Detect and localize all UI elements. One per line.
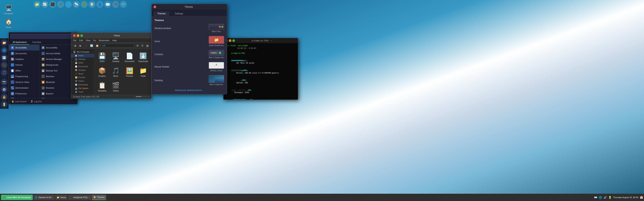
file-item-documents[interactable]: 📄 Documents xyxy=(124,51,136,64)
dock-files[interactable]: 📁 xyxy=(1,39,8,46)
minimize-button[interactable]: − xyxy=(77,34,79,37)
mouse-pointer-preview[interactable]: 🖱️ Breeze_Snow xyxy=(209,62,224,72)
file-item-music[interactable]: 🎵 Music xyxy=(110,65,122,79)
terminal-max-button[interactable]: □ xyxy=(232,39,235,42)
dock-settings[interactable]: ⚙️ xyxy=(1,86,8,93)
cat-sound-video[interactable]: 🎵 Sound & Video xyxy=(9,79,39,85)
controls-preview[interactable]: Button Mint-Y-Darker-Arc xyxy=(209,50,224,59)
dock-music[interactable]: 🎵 xyxy=(1,69,8,76)
top-audio-icon[interactable]: 🎵 xyxy=(57,1,64,8)
cat-graphics[interactable]: 🎨 Graphics xyxy=(9,56,39,62)
top-network-icon[interactable]: 📡 xyxy=(73,1,80,8)
top-shield-icon[interactable]: 🛡️ xyxy=(88,1,96,8)
taskbar-item-terminal[interactable]: ⬛ erik@erik-PSQ: ~ xyxy=(68,195,91,200)
zoom-in-icon[interactable]: + xyxy=(148,96,149,98)
top-history-icon[interactable]: 🔄 xyxy=(42,1,48,8)
logout-button[interactable]: 🚪 Log Out xyxy=(29,100,42,103)
taskbar-item-themes[interactable]: 🎨 Themes xyxy=(92,195,106,200)
forward-button[interactable]: ▶ xyxy=(78,43,83,48)
file-menu-edit[interactable]: Edit xyxy=(79,39,83,41)
top-browser-icon[interactable]: 🌐 xyxy=(65,1,72,8)
terminal-min-button[interactable]: − xyxy=(229,39,231,42)
app-menu-search-input[interactable] xyxy=(10,34,72,38)
file-item-public[interactable]: 📁 Public xyxy=(137,65,150,79)
dock-lock[interactable]: 🔒 xyxy=(1,93,8,100)
top-steam-icon[interactable]: 🎮 xyxy=(112,1,119,8)
file-item-dropbox[interactable]: 📦 Dropbox xyxy=(96,65,108,79)
file-menu-go[interactable]: Go xyxy=(93,39,96,41)
dock-browser[interactable]: 🌐 xyxy=(1,47,8,54)
dock-terminal[interactable]: ⬛ xyxy=(1,62,8,68)
zoom-out-icon[interactable]: − xyxy=(134,96,135,98)
file-menu-view[interactable]: View xyxy=(86,39,90,41)
tab-favorites[interactable]: Favorites xyxy=(30,40,43,45)
grid-view-button[interactable]: ⊞ xyxy=(135,43,140,48)
network-taskbar-icon[interactable]: 🌐 xyxy=(599,196,602,199)
lock-screen-button[interactable]: 🔒 Lock Screen xyxy=(10,100,28,103)
keyboard-icon[interactable]: ⌨️ xyxy=(594,196,597,199)
top-mint-icon[interactable]: 🌿 xyxy=(81,1,88,8)
top-users-icon[interactable]: 👤 xyxy=(96,1,103,8)
dock-power[interactable]: 🔋 xyxy=(1,101,8,108)
dock-camera[interactable]: 📷 xyxy=(1,78,8,85)
desktop-preview[interactable]: Mint-Y-Dark-Arc xyxy=(209,75,224,86)
sidebar-home[interactable]: 🏠 Home xyxy=(71,54,94,57)
cat-internet[interactable]: 🌐 Internet xyxy=(9,62,39,68)
add-remove-themes-link[interactable]: Add/remove desktop themes... xyxy=(154,89,224,91)
themes-close-button[interactable]: × xyxy=(154,5,156,8)
sidebar-data[interactable]: 💾 DATA xyxy=(71,61,94,65)
top-twitter-icon[interactable]: 🐦 xyxy=(120,1,127,8)
file-menu-bookmarks[interactable]: Bookmarks xyxy=(99,39,110,41)
window-borders-preview[interactable]: Mint-Y-Arc xyxy=(209,24,224,32)
terminal-body[interactable]: Last found: rvm-prompt 16-08-18 - 6:56:0… xyxy=(224,43,298,100)
sidebar-filesystem[interactable]: 💻 File System xyxy=(71,87,94,90)
tab-all-applications[interactable]: All Applications xyxy=(10,40,29,45)
maximize-button[interactable]: □ xyxy=(80,34,83,37)
close-button[interactable]: × xyxy=(73,34,76,37)
file-item-desktop[interactable]: 🖥️ Desktop xyxy=(110,51,122,64)
taskbar-item-home[interactable]: 📁 Home xyxy=(55,195,68,200)
top-mail-icon[interactable]: ✉️ xyxy=(104,1,111,8)
taskbar-start-button[interactable]: 🌿 Linux Mint 18 Cinnamon xyxy=(1,195,33,200)
file-menu-help[interactable]: Help xyxy=(112,39,117,41)
file-item-templates[interactable]: 📋 Templates xyxy=(96,80,108,93)
dock-downloads[interactable]: ⬇️ xyxy=(1,54,8,61)
sidebar-downloads[interactable]: ⬇️ Downloads xyxy=(71,83,94,87)
cat-accessibility[interactable]: ♿ Accessibility xyxy=(9,45,39,50)
computer-icon[interactable]: 🖥️ Computer xyxy=(2,4,15,15)
cat-preferences[interactable]: ⚙️ Preferences xyxy=(9,91,39,96)
back-button[interactable]: ◀ xyxy=(73,43,77,48)
cat-accessories[interactable]: ⚙️ Accessories xyxy=(9,50,39,56)
file-item-pictures[interactable]: 🖼️ Pictures xyxy=(124,65,136,79)
home-icon[interactable]: 🏠 Home xyxy=(2,18,15,28)
sidebar-trash[interactable]: 🗑️ Trash xyxy=(71,90,94,94)
up-button[interactable]: ↑ xyxy=(84,43,88,48)
themes-tab-settings[interactable]: Settings xyxy=(171,11,187,16)
cat-office[interactable]: 📄 Office xyxy=(9,68,39,73)
calendar-icon[interactable]: 📅 xyxy=(640,196,643,199)
list-view-button[interactable]: ☰ xyxy=(140,43,145,48)
sidebar-documents[interactable]: 📄 Documents xyxy=(71,65,94,68)
file-item-downloads[interactable]: ⬇️ Downloads xyxy=(137,51,150,64)
zoom-slider[interactable] xyxy=(136,96,147,97)
top-files-icon[interactable]: 📁 xyxy=(34,1,40,8)
sidebar-pictures[interactable]: 🖼️ Pictures xyxy=(71,76,94,79)
cat-places[interactable]: 📍 Places xyxy=(9,96,39,98)
top-terminal-icon[interactable]: ⬛ xyxy=(49,1,56,8)
sidebar-music[interactable]: 🎵 Music xyxy=(71,72,94,76)
sidebar-videos[interactable]: 🎬 Videos xyxy=(71,79,94,83)
taskbar-clock[interactable]: Thursday August 18, 06:59 xyxy=(613,196,638,199)
battery-icon[interactable]: 🔋 xyxy=(608,196,612,199)
volume-icon[interactable]: 🔊 xyxy=(604,196,607,199)
cat-administration[interactable]: 🔧 Administration xyxy=(9,85,39,91)
file-menu-file[interactable]: File xyxy=(73,39,76,41)
refresh-button[interactable]: 🔄 xyxy=(89,43,94,48)
taskbar-item-damien[interactable]: 👤 Damien N-Dri... xyxy=(33,195,55,200)
file-path-bar[interactable]: erik xyxy=(100,44,134,47)
file-item-videos[interactable]: 🎬 Videos xyxy=(110,80,122,93)
icons-preview[interactable]: 📁 Sardi Flexible Arc xyxy=(209,36,224,46)
cat-programming[interactable]: 💻 Programming xyxy=(9,73,39,79)
sidebar-dropbox[interactable]: 📦 Dropbox xyxy=(71,68,94,72)
sidebar-desktop[interactable]: 🖥️ Desktop xyxy=(71,57,94,61)
themes-tab-themes[interactable]: Themes xyxy=(154,11,170,16)
